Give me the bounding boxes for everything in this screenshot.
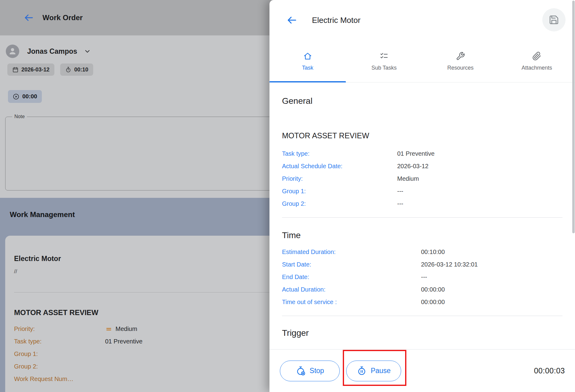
play-circle-icon <box>13 93 20 100</box>
stopwatch-pause-icon <box>357 366 367 376</box>
detail-row: End Date: --- <box>282 271 562 283</box>
wrench-icon <box>456 52 465 61</box>
duration-chip[interactable]: 00:10 <box>60 64 93 76</box>
drawer-title: Electric Motor <box>312 16 361 25</box>
pause-button-label: Pause <box>371 367 390 375</box>
detail-label: Start Date: <box>282 261 421 268</box>
tab-attachments-label: Attachments <box>522 65 552 71</box>
divider <box>282 217 562 218</box>
tab-resources-label: Resources <box>447 65 474 71</box>
save-button[interactable] <box>542 8 566 31</box>
detail-row: Actual Schedule Date: 2026-03-12 <box>282 160 562 172</box>
priority-medium-icon <box>105 325 112 333</box>
field-label: Task type: <box>14 338 105 345</box>
drawer-tabs: Task Sub Tasks Resources Attachments <box>269 40 575 82</box>
timer-chip[interactable]: 00:00 <box>8 90 42 103</box>
detail-value: 2026-03-12 <box>397 163 428 170</box>
drawer-footer: Stop Pause 00:00:03 <box>269 349 575 392</box>
detail-value: --- <box>421 274 427 281</box>
tab-task[interactable]: Task <box>269 40 346 82</box>
stop-button[interactable]: Stop <box>280 361 340 381</box>
general-rows: Task type: 01 Preventive Actual Schedule… <box>282 147 562 210</box>
heading-time: Time <box>282 230 562 241</box>
detail-row: Actual Duration: 00:00:00 <box>282 283 562 296</box>
heading-general: General <box>282 96 562 106</box>
field-label: Work Request Num… <box>14 376 105 383</box>
tab-sub-tasks[interactable]: Sub Tasks <box>346 40 422 82</box>
field-label: Group 2: <box>14 363 105 370</box>
field-label: Group 1: <box>14 350 105 358</box>
detail-row: Group 2: --- <box>282 198 562 210</box>
pause-button[interactable]: Pause <box>346 361 401 381</box>
heading-motor-asset-review: MOTOR ASSET REVIEW <box>282 131 562 140</box>
assignee-selector[interactable]: Jonas Campos <box>6 45 91 58</box>
detail-label: Task type: <box>282 150 397 157</box>
detail-row: Time out of service : 00:00:00 <box>282 296 562 308</box>
time-rows: Estimated Duration: 00:10:00 Start Date:… <box>282 246 562 308</box>
task-tab-content: General MOTOR ASSET REVIEW Task type: 01… <box>269 82 575 349</box>
active-tab-indicator <box>269 81 346 82</box>
field-value: 01 Preventive <box>105 338 142 345</box>
date-chip[interactable]: 2026-03-12 <box>7 64 54 76</box>
detail-label: Group 2: <box>282 200 397 207</box>
back-icon[interactable] <box>24 13 34 23</box>
detail-row: Priority: Medium <box>282 172 562 185</box>
detail-value: 2026-03-12 10:32:01 <box>421 261 478 268</box>
divider <box>282 316 562 316</box>
tab-task-label: Task <box>302 65 313 71</box>
detail-value: --- <box>397 188 403 195</box>
detail-row: Task type: 01 Preventive <box>282 147 562 160</box>
field-value: Medium <box>115 325 137 332</box>
home-icon <box>303 52 312 61</box>
chevron-down-icon <box>83 47 91 55</box>
date-chip-value: 2026-03-12 <box>21 67 49 73</box>
checklist-icon <box>379 52 389 61</box>
detail-value: Medium <box>397 175 419 182</box>
schedule-chips: 2026-03-12 00:10 <box>7 64 93 76</box>
detail-label: Group 1: <box>282 188 397 195</box>
detail-row: Start Date: 2026-03-12 10:32:01 <box>282 258 562 271</box>
avatar <box>6 45 19 58</box>
detail-label: Actual Schedule Date: <box>282 163 397 170</box>
assignee-name: Jonas Campos <box>27 47 77 56</box>
paperclip-icon <box>532 52 541 61</box>
note-label: Note <box>12 114 27 119</box>
detail-value: 00:00:00 <box>421 286 445 293</box>
detail-label: Estimated Duration: <box>282 249 421 256</box>
duration-chip-value: 00:10 <box>74 67 88 73</box>
field-label: Priority: <box>14 325 105 332</box>
detail-value: --- <box>397 200 403 207</box>
detail-label: Time out of service : <box>282 299 421 306</box>
detail-row: Estimated Duration: 00:10:00 <box>282 246 562 258</box>
drawer-header: Electric Motor <box>269 0 575 40</box>
detail-value: 00:00:00 <box>421 299 445 306</box>
heading-trigger: Trigger <box>282 328 562 338</box>
detail-label: End Date: <box>282 274 421 281</box>
stopwatch-icon <box>65 67 71 73</box>
tab-sub-tasks-label: Sub Tasks <box>372 65 397 71</box>
detail-label: Priority: <box>282 175 397 182</box>
detail-row: Group 1: --- <box>282 185 562 198</box>
floppy-save-icon <box>549 15 559 25</box>
detail-value: 00:10:00 <box>421 249 445 256</box>
stopwatch-stop-icon <box>295 366 306 376</box>
task-detail-drawer: Electric Motor Task Sub Tasks Resources <box>269 0 575 392</box>
tab-resources[interactable]: Resources <box>422 40 499 82</box>
detail-value: 01 Preventive <box>397 150 434 157</box>
scrollbar[interactable] <box>572 1 575 233</box>
calendar-icon <box>12 67 19 73</box>
timer-chip-value: 00:00 <box>22 93 37 100</box>
back-icon[interactable] <box>286 15 297 26</box>
elapsed-timer: 00:00:03 <box>534 366 565 375</box>
stop-button-label: Stop <box>309 367 324 375</box>
detail-label: Actual Duration: <box>282 286 421 293</box>
page-title: Work Order <box>42 13 83 22</box>
tab-attachments[interactable]: Attachments <box>499 40 575 82</box>
